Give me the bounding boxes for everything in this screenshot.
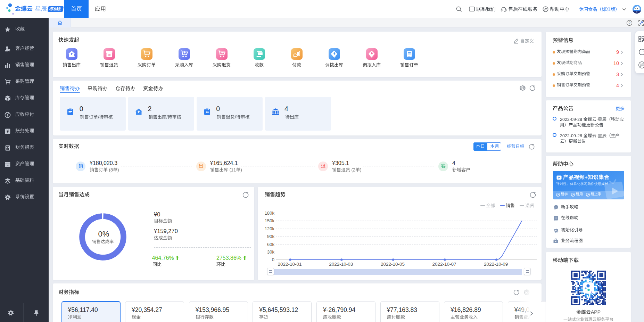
svg-text:?: ? [628,21,630,25]
